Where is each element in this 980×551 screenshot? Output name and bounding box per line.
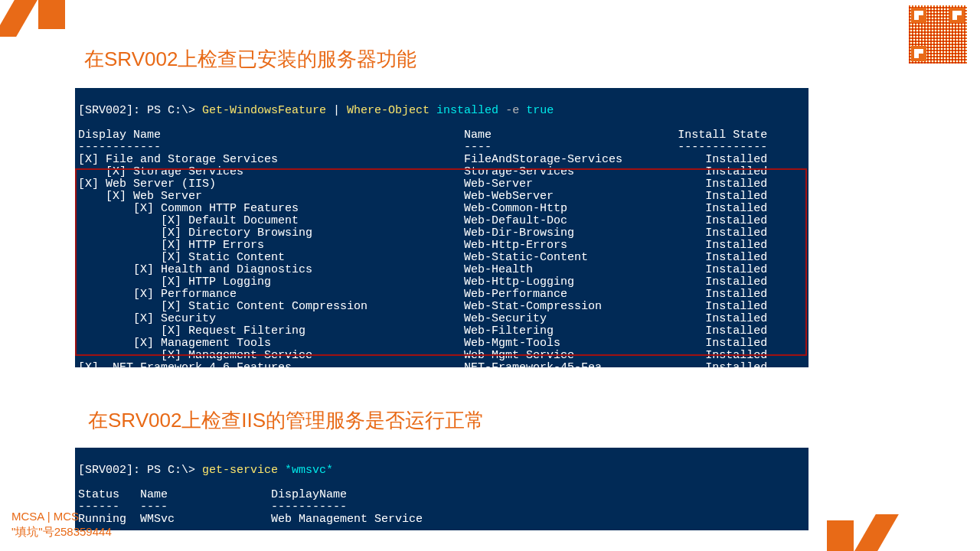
footer-line-2: "填坑"号258359444 <box>11 524 112 540</box>
section-heading-1: 在SRV002上检查已安装的服务器功能 <box>84 46 416 73</box>
slide: 在SRV002上检查已安装的服务器功能 [SRV002]: PS C:\> Ge… <box>0 0 980 551</box>
qr-code-icon <box>907 4 969 65</box>
ps-command: Where-Object <box>347 104 430 117</box>
ps-arg: installed <box>430 104 505 117</box>
ps-prompt: [SRV002]: PS C:\> <box>78 464 202 477</box>
ps-command: get-service <box>202 464 278 477</box>
ps-arg: true <box>519 104 554 117</box>
ps-flag: -e <box>505 104 519 117</box>
corner-deco-bottom-right-1 <box>827 520 854 551</box>
corner-deco-bottom-right-2 <box>854 514 899 551</box>
corner-deco-top-left-1 <box>0 0 38 37</box>
ps-prompt: [SRV002]: PS C:\> <box>78 104 202 117</box>
ps-command: Get-WindowsFeature <box>202 104 326 117</box>
footer-credits: MCSA | MCS "填坑"号258359444 <box>11 509 112 540</box>
powershell-console-2: [SRV002]: PS C:\> get-service *wmsvc* St… <box>75 448 808 530</box>
section-heading-2: 在SRV002上检查IIS的管理服务是否运行正常 <box>88 407 485 434</box>
powershell-console-1: [SRV002]: PS C:\> Get-WindowsFeature | W… <box>75 88 808 367</box>
footer-line-1: MCSA | MCS <box>11 509 112 524</box>
ps-arg: *wmsvc* <box>278 464 333 477</box>
corner-deco-top-left-2 <box>38 0 65 29</box>
ps-pipe: | <box>326 104 347 117</box>
